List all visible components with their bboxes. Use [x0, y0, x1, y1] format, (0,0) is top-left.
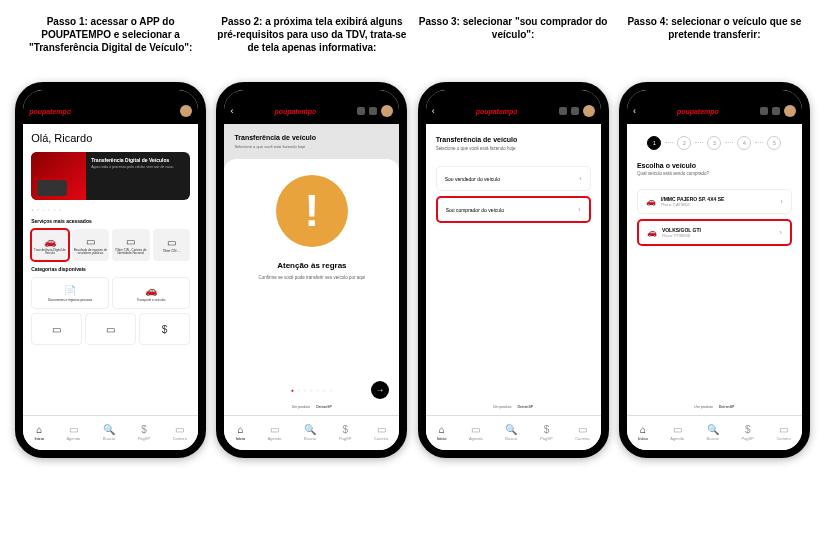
service-label: Obter CIN ...	[162, 250, 181, 253]
page-title: Transferência de veículo	[426, 124, 601, 146]
option-label: Sou vendedor do veículo	[445, 176, 500, 182]
nav-wallet[interactable]: ▭Carteira	[173, 425, 187, 441]
modal-subtitle: Confirme se você pode transferir seu veí…	[258, 275, 365, 281]
dollar-icon: $	[544, 425, 550, 435]
chevron-right-icon: ›	[579, 175, 581, 182]
nav-agenda[interactable]: ▭Agenda	[66, 425, 80, 441]
wallet-icon: ▭	[175, 425, 184, 435]
service-tile[interactable]: ▭ Obter CIN - Carteira de Identidade Nac…	[112, 229, 150, 261]
car-icon: 🚗	[646, 197, 656, 206]
app-logo: poupatempo	[677, 108, 719, 115]
nav-pagsp[interactable]: $PagSP	[138, 425, 150, 441]
page-subtitle: Qual veículo está sendo comprado?	[627, 171, 802, 184]
wallet-icon: ▭	[377, 425, 386, 435]
bottom-nav: ⌂Início ▭Agenda 🔍Buscar $PagSP ▭Carteira	[426, 415, 601, 450]
next-button[interactable]: →	[371, 381, 389, 399]
info-modal: ! Atenção às regras Confirme se você pod…	[224, 159, 399, 415]
back-icon[interactable]: ‹	[633, 106, 636, 116]
nav-agenda[interactable]: ▭Agenda	[268, 425, 282, 441]
doc-icon: ▭	[86, 236, 95, 247]
category-tile[interactable]: ▭	[85, 313, 136, 345]
modal-title: Atenção às regras	[277, 261, 346, 270]
nav-search[interactable]: 🔍Buscar	[505, 425, 517, 441]
nav-home[interactable]: ⌂Início	[638, 425, 648, 441]
greeting: Olá, Ricardo	[23, 124, 198, 148]
bottom-nav: ⌂Início ▭Agenda 🔍Buscar $PagSP ▭Carteira	[627, 415, 802, 450]
header-icon[interactable]	[559, 107, 567, 115]
bottom-nav: ⌂Início ▭Agenda 🔍Buscar $PagSP ▭Carteira	[23, 415, 198, 450]
home-icon: ⌂	[640, 425, 646, 435]
nav-search[interactable]: 🔍Buscar	[103, 425, 115, 441]
nav-search[interactable]: 🔍Buscar	[706, 425, 718, 441]
wallet-icon: ▭	[578, 425, 587, 435]
category-label: Transporte e veículos	[137, 298, 166, 302]
avatar-icon[interactable]	[583, 105, 595, 117]
step-dot-1: 1	[647, 136, 661, 150]
carousel-dots: ● ○ ○ ○ ○ ○	[23, 204, 198, 215]
nav-wallet[interactable]: ▭Carteira	[575, 425, 589, 441]
phone-frame-2: ‹ poupatempo Transferência de veículo Se…	[216, 82, 407, 458]
partner-credit: Um produto DetranSP	[426, 399, 601, 411]
page-subtitle: Selecione o que você está fazendo hoje	[426, 146, 601, 161]
service-tile[interactable]: ▭ Resultado de exames de servidores públ…	[72, 229, 110, 261]
nav-wallet[interactable]: ▭Carteira	[776, 425, 790, 441]
header-icon[interactable]	[369, 107, 377, 115]
option-seller[interactable]: Sou vendedor do veículo ›	[436, 166, 591, 191]
service-label: Resultado de exames de servidores públic…	[72, 249, 110, 255]
service-label: Obter CIN - Carteira de Identidade Nacio…	[112, 249, 150, 255]
dollar-icon: $	[342, 425, 348, 435]
nav-home[interactable]: ⌂Início	[34, 425, 44, 441]
vehicle-option-selected[interactable]: 🚗 VOLKS/GOL GTI Placa: POI0090 ›	[637, 219, 792, 246]
option-buyer[interactable]: Sou comprador do veículo ›	[436, 196, 591, 223]
phone-frame-1: poupatempo Olá, Ricardo Transferência Di…	[15, 82, 206, 458]
warning-icon: !	[276, 175, 348, 247]
partner-credit: Um produto DetranSP	[292, 399, 332, 411]
dollar-icon: $	[141, 425, 147, 435]
header-icon[interactable]	[357, 107, 365, 115]
nav-pagsp[interactable]: $PagSP	[741, 425, 753, 441]
category-tile[interactable]: $	[139, 313, 190, 345]
promo-card[interactable]: Transferência Digital de Veículos Agora …	[31, 152, 190, 200]
page-title: Escolha o veículo	[627, 158, 802, 171]
service-tile[interactable]: ▭ Obter CIN ...	[153, 229, 191, 261]
nav-pagsp[interactable]: $PagSP	[540, 425, 552, 441]
nav-home[interactable]: ⌂Início	[236, 425, 246, 441]
calendar-icon: ▭	[673, 425, 682, 435]
nav-search[interactable]: 🔍Buscar	[304, 425, 316, 441]
header-icon[interactable]	[772, 107, 780, 115]
calendar-icon: ▭	[270, 425, 279, 435]
generic-icon: ▭	[106, 324, 115, 335]
nav-home[interactable]: ⌂Início	[437, 425, 447, 441]
back-icon[interactable]: ‹	[432, 106, 435, 116]
generic-icon: ▭	[52, 324, 61, 335]
nav-wallet[interactable]: ▭Carteira	[374, 425, 388, 441]
category-tile[interactable]: 📄 Documentos e registros pessoais	[31, 277, 109, 309]
back-icon[interactable]: ‹	[230, 106, 233, 116]
step2-caption: Passo 2: a próxima tela exibirá alguns p…	[216, 15, 407, 70]
service-tile-tdv[interactable]: 🚗 Transferência Digital de Veículo	[31, 229, 69, 261]
category-tile[interactable]: 🚗 Transporte e veículos	[112, 277, 190, 309]
nav-agenda[interactable]: ▭Agenda	[469, 425, 483, 441]
doc-icon: ▭	[126, 236, 135, 247]
step-dot-5: 5	[767, 136, 781, 150]
avatar-icon[interactable]	[180, 105, 192, 117]
header-icon[interactable]	[760, 107, 768, 115]
nav-agenda[interactable]: ▭Agenda	[670, 425, 684, 441]
step-dot-2: 2	[677, 136, 691, 150]
services-section-title: Serviços mais acessados	[23, 215, 198, 227]
home-icon: ⌂	[237, 425, 243, 435]
app-logo: poupatempo	[29, 108, 71, 115]
app-logo: poupatempo	[476, 108, 518, 115]
doc-icon: 📄	[64, 285, 76, 296]
nav-pagsp[interactable]: $PagSP	[339, 425, 351, 441]
wallet-icon: ▭	[779, 425, 788, 435]
chevron-right-icon: ›	[781, 198, 783, 205]
option-label: Sou comprador do veículo	[446, 207, 504, 213]
chevron-right-icon: ›	[780, 229, 782, 236]
avatar-icon[interactable]	[381, 105, 393, 117]
dollar-icon: $	[745, 425, 751, 435]
avatar-icon[interactable]	[784, 105, 796, 117]
category-tile[interactable]: ▭	[31, 313, 82, 345]
vehicle-option[interactable]: 🚗 I/MMC PAJERO SP. 4X4 SE Placa: CAT0602…	[637, 189, 792, 214]
header-icon[interactable]	[571, 107, 579, 115]
